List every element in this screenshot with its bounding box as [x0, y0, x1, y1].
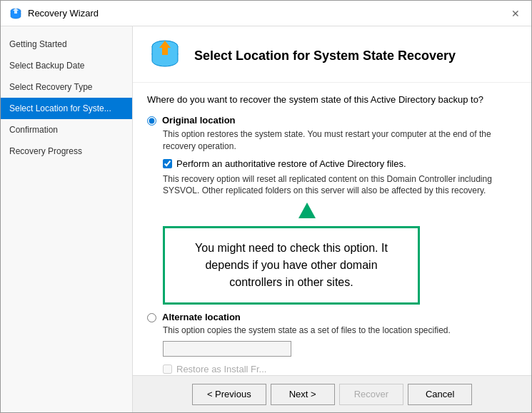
next-button[interactable]: Next >: [271, 384, 335, 405]
original-location-option[interactable]: Original location: [147, 115, 517, 126]
app-icon: [9, 7, 22, 20]
window-title: Recovery Wizard: [28, 8, 99, 19]
main-content: Select Location for System State Recover…: [133, 26, 531, 412]
title-bar: Recovery Wizard ✕: [1, 1, 531, 26]
cancel-button[interactable]: Cancel: [408, 384, 472, 405]
restore-install-checkbox[interactable]: [163, 364, 172, 374]
footer: < Previous Next > Recover Cancel: [133, 375, 531, 412]
sidebar: Getting Started Select Backup Date Selec…: [1, 26, 133, 412]
page-title: Select Location for System State Recover…: [194, 49, 456, 63]
content-area: Getting Started Select Backup Date Selec…: [1, 26, 531, 412]
tooltip-arrow: [298, 203, 316, 218]
sidebar-item-recovery-progress[interactable]: Recovery Progress: [1, 141, 132, 162]
sidebar-item-getting-started[interactable]: Getting Started: [1, 34, 132, 55]
recovery-wizard-window: Recovery Wizard ✕ Getting Started Select…: [0, 0, 532, 413]
overlay-area: This recovery option will reset all repl…: [147, 173, 517, 305]
alternate-location-option[interactable]: Alternate location: [147, 312, 517, 322]
alternate-input-row[interactable]: [163, 341, 517, 357]
original-radio[interactable]: [147, 116, 156, 126]
checkbox-description: This recovery option will reset all repl…: [163, 173, 517, 198]
sidebar-item-select-location[interactable]: Select Location for Syste...: [1, 98, 132, 119]
title-bar-left: Recovery Wizard: [9, 7, 99, 20]
recover-button[interactable]: Recover: [339, 384, 403, 405]
header-icon: [147, 38, 183, 73]
alternate-label[interactable]: Alternate location: [162, 312, 241, 322]
auth-restore-checkbox[interactable]: [163, 159, 172, 168]
tooltip-box-container: You might need to check this option. It …: [163, 226, 517, 305]
alternate-path-input[interactable]: [163, 341, 291, 357]
tooltip-arrow-container: [163, 203, 517, 219]
previous-button[interactable]: < Previous: [192, 384, 266, 405]
alternate-location-group: Alternate location This option copies th…: [147, 312, 517, 375]
original-location-group: Original location This option restores t…: [147, 115, 517, 305]
tooltip-text: You might need to check this option. It …: [195, 242, 388, 288]
original-description: This option restores the system state. Y…: [163, 128, 517, 153]
auth-restore-label[interactable]: Perform an authoritative restore of Acti…: [176, 158, 406, 169]
sidebar-item-backup-date[interactable]: Select Backup Date: [1, 55, 132, 76]
auth-restore-checkbox-row[interactable]: Perform an authoritative restore of Acti…: [163, 158, 517, 169]
original-label[interactable]: Original location: [162, 115, 236, 126]
restore-install-checkbox-row[interactable]: Restore as Install Fr...: [163, 364, 517, 374]
sidebar-item-recovery-type[interactable]: Select Recovery Type: [1, 76, 132, 98]
sidebar-item-confirmation[interactable]: Confirmation: [1, 119, 132, 141]
page-header: Select Location for System State Recover…: [133, 26, 531, 83]
alternate-description: This option copies the system state as a…: [163, 325, 517, 335]
close-button[interactable]: ✕: [508, 6, 523, 21]
question-text: Where do you want to recover the system …: [147, 94, 517, 105]
alternate-radio[interactable]: [147, 313, 156, 322]
tooltip-box: You might need to check this option. It …: [163, 226, 420, 305]
page-body: Where do you want to recover the system …: [133, 83, 531, 375]
restore-install-label[interactable]: Restore as Install Fr...: [176, 364, 266, 374]
